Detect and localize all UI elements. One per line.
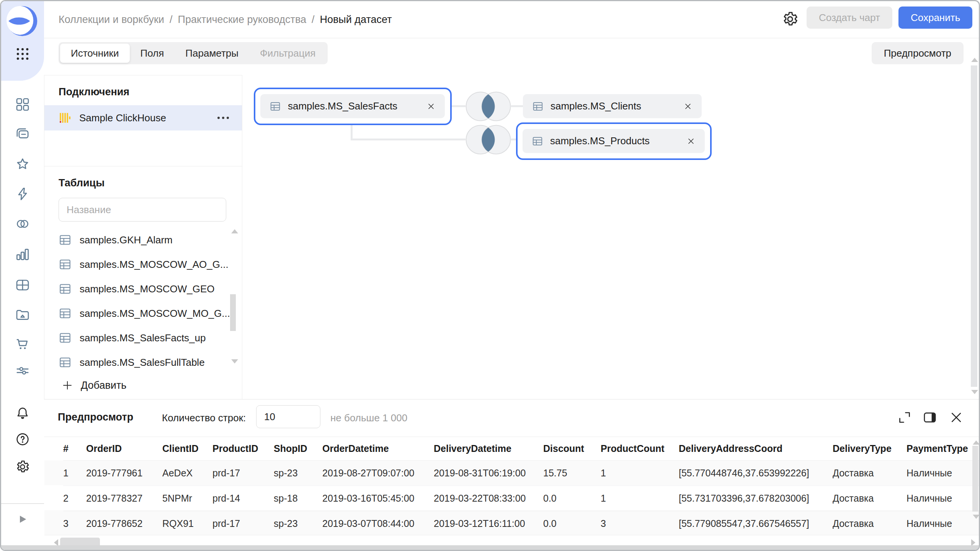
column-header: ProductCount xyxy=(601,437,679,460)
table-name: samples.MS_MOSCOW_AO_G... xyxy=(80,259,229,271)
favorites-star-icon[interactable] xyxy=(15,156,30,172)
preview-toggle-button[interactable]: Предпросмотр xyxy=(872,42,964,64)
column-header: OrderDatetime xyxy=(322,437,434,460)
list-item-table[interactable]: samples.MS_SalesFacts_up xyxy=(44,326,230,350)
table-cell: 5NPMr xyxy=(162,486,212,511)
connection-more-icon[interactable] xyxy=(217,117,229,119)
table-cell: [55.779085547,37.667546557] xyxy=(679,511,833,536)
charts-icon[interactable] xyxy=(15,247,30,262)
preview-scroll-down-icon[interactable] xyxy=(973,515,980,519)
column-header: OrderID xyxy=(86,437,162,460)
connection-item-sample-clickhouse[interactable]: Sample ClickHouse xyxy=(44,105,242,130)
breadcrumb: Коллекции и воркбуки / Практические руко… xyxy=(59,1,392,38)
remove-node-icon[interactable] xyxy=(683,102,693,111)
tables-list: samples.GKH_Alarm samples.MS_MOSCOW_AO_G… xyxy=(44,228,230,375)
list-item-table[interactable]: samples.GKH_Alarm xyxy=(44,228,230,252)
preview-close-icon[interactable] xyxy=(949,410,964,425)
dashboards-icon[interactable] xyxy=(15,97,30,112)
services-sliders-icon[interactable] xyxy=(15,363,30,378)
tab-fields[interactable]: Поля xyxy=(130,44,175,63)
column-header: ShopID xyxy=(274,437,322,460)
add-table-button[interactable]: Добавить xyxy=(62,377,126,394)
tables-grid-icon[interactable] xyxy=(15,277,30,293)
gallery-folder-icon[interactable] xyxy=(15,307,30,323)
list-scroll-up-icon[interactable] xyxy=(231,229,238,233)
expand-play-icon[interactable] xyxy=(17,514,28,525)
help-icon[interactable] xyxy=(15,432,30,447)
preview-side-panel-icon[interactable] xyxy=(922,410,938,425)
table-name: samples.MS_MOSCOW_MO_G... xyxy=(80,308,230,320)
table-cell: Наличные xyxy=(906,486,980,511)
datasets-venn-icon[interactable] xyxy=(15,216,30,231)
dataset-settings-gear-icon[interactable] xyxy=(781,10,799,28)
preview-panel-top-border xyxy=(44,399,980,399)
table-cell: 3 xyxy=(601,511,679,536)
tab-parameters[interactable]: Параметры xyxy=(175,44,249,63)
join-type-icon-inner[interactable] xyxy=(466,124,511,156)
tab-sources[interactable]: Источники xyxy=(60,44,130,63)
connection-name: Sample ClickHouse xyxy=(79,112,166,124)
list-item-table[interactable]: samples.MS_MOSCOW_GEO xyxy=(44,277,230,301)
canvas-scroll-up-icon[interactable] xyxy=(971,58,978,62)
apps-grid-icon[interactable] xyxy=(15,46,31,62)
marketplace-cart-icon[interactable] xyxy=(15,336,30,352)
breadcrumb-current: Новый датасет xyxy=(320,14,392,26)
row-count-label: Количество строк: xyxy=(162,412,246,424)
table-cell: 2019-03-16T05:45:00 xyxy=(322,486,434,511)
table-icon xyxy=(59,331,72,344)
preview-table: # OrderID ClientID ProductID ShopID Orde… xyxy=(63,437,980,536)
table-search-input[interactable] xyxy=(59,198,226,222)
column-header: DeliveryAddressCoord xyxy=(679,437,833,460)
breadcrumb-collections[interactable]: Коллекции и воркбуки xyxy=(59,14,164,26)
table-cell: 0.0 xyxy=(543,486,601,511)
window-frame: Коллекции и воркбуки / Практические руко… xyxy=(0,0,980,551)
list-item-table[interactable]: samples.MS_MOSCOW_MO_G... xyxy=(44,301,230,326)
connections-lightning-icon[interactable] xyxy=(15,186,30,202)
breadcrumb-guides[interactable]: Практические руководства xyxy=(178,14,306,26)
list-item-table[interactable]: samples.MS_SalesFullTable xyxy=(44,350,230,375)
source-node-salesfacts[interactable]: samples.MS_SalesFacts xyxy=(260,94,445,118)
table-cell: sp-23 xyxy=(274,460,322,486)
create-chart-button[interactable]: Создать чарт xyxy=(807,7,892,29)
table-cell: 2019-778327 xyxy=(86,486,162,511)
topbar-divider xyxy=(44,38,980,38)
column-header: # xyxy=(63,437,86,460)
settings-gear-icon[interactable] xyxy=(15,459,30,474)
add-table-label: Добавить xyxy=(81,380,126,391)
preview-expand-icon[interactable] xyxy=(897,410,912,425)
collections-icon[interactable] xyxy=(15,127,30,142)
save-button[interactable]: Сохранить xyxy=(898,7,972,29)
canvas-scroll-down-icon[interactable] xyxy=(971,390,978,394)
node-selection-outline: samples.MS_SalesFacts xyxy=(254,88,452,125)
list-item-table[interactable]: samples.MS_MOSCOW_AO_G... xyxy=(44,252,230,277)
table-name: samples.GKH_Alarm xyxy=(80,234,173,246)
row-count-input[interactable] xyxy=(256,405,320,428)
clickhouse-icon xyxy=(59,111,72,124)
table-cell: Доставка xyxy=(833,486,906,511)
table-icon xyxy=(59,356,72,369)
table-icon xyxy=(59,307,72,320)
table-cell: Доставка xyxy=(833,460,906,486)
datalens-logo[interactable] xyxy=(7,5,38,37)
list-scroll-down-icon[interactable] xyxy=(231,359,238,364)
remove-node-icon[interactable] xyxy=(686,137,696,146)
table-cell: 1 xyxy=(601,460,679,486)
join-connector-line xyxy=(511,139,516,140)
remove-node-icon[interactable] xyxy=(426,102,436,111)
tab-filtering[interactable]: Фильтрация xyxy=(249,44,326,63)
table-cell: 1 xyxy=(601,486,679,511)
table-cell: RQX91 xyxy=(162,511,212,536)
canvas-scrollbar-thumb[interactable] xyxy=(971,65,977,387)
source-node-products[interactable]: samples.MS_Products xyxy=(523,129,705,153)
node-selection-outline: samples.MS_Products xyxy=(516,122,712,160)
table-cell: 2019-03-07T08:44:00 xyxy=(322,511,434,536)
table-icon xyxy=(59,258,72,271)
list-scrollbar-thumb[interactable] xyxy=(230,294,236,331)
notifications-bell-icon[interactable] xyxy=(15,406,30,421)
source-node-clients[interactable]: samples.MS_Clients xyxy=(523,94,702,118)
table-cell: [55.770448746,37.653992226] xyxy=(679,460,833,486)
preview-scroll-up-icon[interactable] xyxy=(973,440,980,445)
preview-scrollbar-thumb[interactable] xyxy=(972,446,978,512)
join-type-icon-inner[interactable] xyxy=(466,90,511,122)
join-connector-line xyxy=(351,139,466,140)
